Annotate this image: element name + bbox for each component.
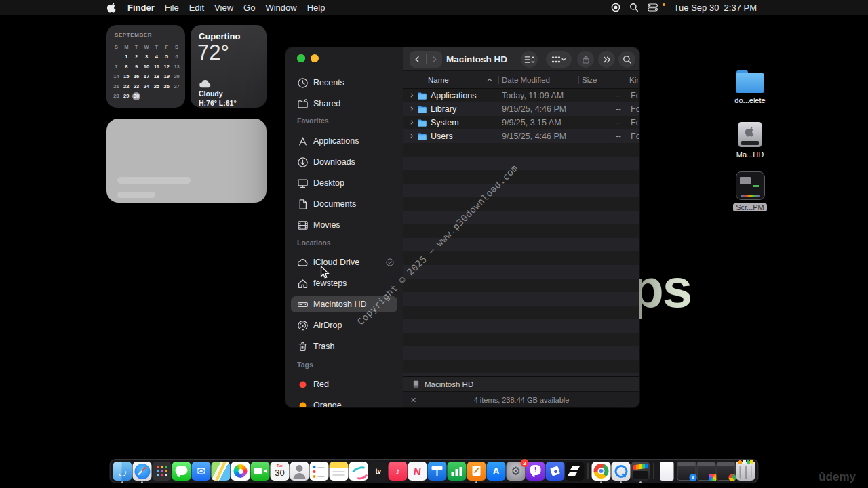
dock-maps[interactable] <box>212 462 231 481</box>
dock-launchpad[interactable] <box>153 462 172 481</box>
file-row-system[interactable]: System9/9/25, 3:15 AM--Folder <box>403 116 639 129</box>
menu-window[interactable]: Window <box>265 3 296 13</box>
dock-tips[interactable]: ! <box>526 462 545 481</box>
control-center-icon[interactable] <box>648 3 658 12</box>
sidebar-item-movies[interactable]: Movies <box>291 217 397 233</box>
dock-music[interactable]: ♪ <box>389 462 408 481</box>
file-row-library[interactable]: Library9/15/25, 4:46 PM--Folder <box>403 102 639 116</box>
group-view-button[interactable] <box>546 51 572 68</box>
menu-view[interactable]: View <box>214 3 233 13</box>
menu-edit[interactable]: Edit <box>189 3 204 13</box>
column-header-name[interactable]: Name <box>428 71 449 89</box>
sidebar-item-recents[interactable]: Recents <box>291 75 397 91</box>
dock-pages[interactable] <box>467 462 486 481</box>
pages-icon <box>467 462 486 481</box>
dock-messages[interactable] <box>172 462 191 481</box>
menu-go[interactable]: Go <box>243 3 255 13</box>
file-size: -- <box>576 89 621 102</box>
sidebar-item-red[interactable]: Red <box>291 376 397 392</box>
sidebar-item-icloud-drive[interactable]: iCloud Drive <box>291 254 397 270</box>
column-header-size[interactable]: Size <box>582 71 597 89</box>
dock-tv[interactable]: tv <box>369 462 388 481</box>
dock-divider <box>588 463 589 479</box>
file-date-modified: 9/15/25, 4:46 PM <box>502 102 566 116</box>
dock-news[interactable]: N <box>408 462 427 481</box>
disclosure-triangle-icon[interactable] <box>408 92 416 99</box>
weather-widget[interactable]: Cupertino 72° Cloudy H:76° L:61° <box>191 25 267 108</box>
reminders-icon <box>310 462 329 481</box>
dock-quicktime[interactable] <box>612 462 631 481</box>
dock-freeform[interactable] <box>349 462 368 481</box>
dock: ✉Tue30tv♪NA⚙2! <box>110 459 759 483</box>
column-header-kind[interactable]: Kind <box>629 71 639 89</box>
sidebar-item-applications[interactable]: Applications <box>291 133 397 149</box>
disclosure-triangle-icon[interactable] <box>408 119 416 126</box>
share-button[interactable] <box>577 51 594 68</box>
disclosure-triangle-icon[interactable] <box>408 105 416 113</box>
dock-settings[interactable]: ⚙2 <box>507 462 526 481</box>
weather-city: Cupertino <box>199 31 240 41</box>
sidebar-item-documents[interactable]: Documents <box>291 196 397 212</box>
calendar-widget[interactable]: SEPTEMBER SMTWTFS12345678910111213141516… <box>106 25 185 108</box>
sidebar-item-orange[interactable]: Orange <box>291 397 397 407</box>
finder-path-bar[interactable]: Macintosh HD <box>403 376 639 391</box>
sidebar-section-favorites: Favorites <box>297 117 329 125</box>
file-name: Library <box>431 102 456 116</box>
sidebar-item-desktop[interactable]: Desktop <box>291 175 397 191</box>
desktop-icon-folder[interactable]: do...elete <box>730 70 770 104</box>
dock-darkapp[interactable] <box>566 462 585 481</box>
menu-bar-clock[interactable]: Tue Sep 30 2:37 PM <box>674 3 757 13</box>
dock-finder[interactable] <box>113 462 132 481</box>
screen-recording-indicator-icon[interactable] <box>611 3 620 12</box>
dock-chrome[interactable] <box>592 462 611 481</box>
dock-keynote[interactable] <box>428 462 447 481</box>
calendar-weekday: S <box>111 42 121 52</box>
minimize-window-button[interactable] <box>311 54 319 62</box>
sidebar-item-downloads[interactable]: Downloads <box>291 154 397 170</box>
menu-help[interactable]: Help <box>307 3 326 13</box>
dock-docfile[interactable] <box>658 462 677 481</box>
dock-reminders[interactable] <box>310 462 329 481</box>
menu-file[interactable]: File <box>165 3 179 13</box>
dock-win1[interactable] <box>677 462 696 481</box>
darkapp-icon <box>566 462 585 481</box>
dock-numbers[interactable] <box>448 462 467 481</box>
win3-icon <box>717 462 736 481</box>
forward-button[interactable] <box>427 51 443 68</box>
search-button[interactable] <box>618 51 635 68</box>
dock-finalcut[interactable] <box>631 462 650 481</box>
dock-win3[interactable] <box>717 462 736 481</box>
sidebar-item-shared[interactable]: Shared <box>291 96 397 112</box>
calendar-day: 5 <box>161 52 172 62</box>
sidebar-item-trash[interactable]: Trash <box>291 338 397 354</box>
dock-calendar[interactable]: Tue30 <box>271 462 290 481</box>
desktop-icon-drive[interactable]: Ma...HD <box>730 122 770 159</box>
dock-appstore[interactable]: A <box>487 462 506 481</box>
column-header-date-modified[interactable]: Date Modified <box>502 71 550 89</box>
dock-roblox[interactable] <box>546 462 565 481</box>
dock-win2[interactable] <box>697 462 716 481</box>
spotlight-icon[interactable] <box>629 3 639 12</box>
list-view-button[interactable] <box>521 51 538 68</box>
file-row-applications[interactable]: ApplicationsToday, 11:09 AM--Folder <box>403 89 639 102</box>
dock-photos[interactable] <box>231 462 250 481</box>
apple-menu-icon[interactable] <box>107 2 117 13</box>
file-row-users[interactable]: Users9/15/25, 4:46 PM--Folder <box>403 129 639 143</box>
hard-drive-icon <box>738 122 762 147</box>
back-button[interactable] <box>410 51 426 68</box>
desktop-icon-screenshot[interactable]: Scr...PM <box>730 171 770 211</box>
mouse-cursor <box>320 266 330 279</box>
menu-app-name[interactable]: Finder <box>127 3 155 13</box>
quicktime-icon <box>612 462 631 481</box>
sidebar-item-airdrop[interactable]: AirDrop <box>291 317 397 333</box>
disclosure-triangle-icon[interactable] <box>408 132 416 140</box>
dock-notes[interactable] <box>330 462 349 481</box>
dock-safari[interactable] <box>133 462 152 481</box>
more-toolbar-button[interactable] <box>598 51 615 68</box>
dock-facetime[interactable] <box>251 462 270 481</box>
dock-trash[interactable] <box>736 462 755 481</box>
zoom-window-button[interactable] <box>297 54 305 62</box>
sidebar-item-fewsteps[interactable]: fewsteps <box>291 275 397 291</box>
dock-contacts[interactable] <box>290 462 309 481</box>
dock-mail[interactable]: ✉ <box>192 462 211 481</box>
